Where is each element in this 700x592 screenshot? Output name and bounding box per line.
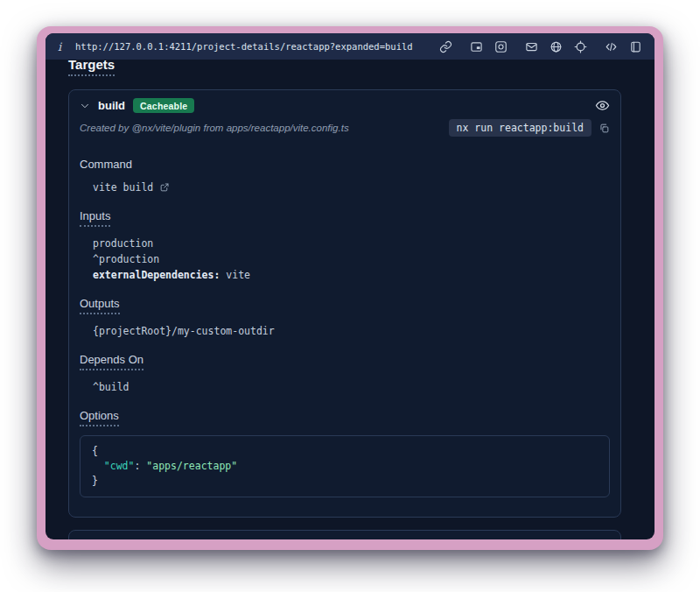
code-icon[interactable] — [605, 40, 618, 53]
targets-heading-label: Targets — [68, 60, 115, 76]
build-card-header: build Cacheable — [69, 90, 620, 116]
app-window: i http://127.0.0.1:4211/project-details/… — [37, 26, 663, 550]
serve-card-header: serve vite serve — [69, 531, 620, 539]
output-item: {projectRoot}/my-custom-outdir — [80, 323, 610, 339]
input-item-external-deps: externalDependencies: vite — [80, 267, 610, 283]
json-line: } — [92, 474, 598, 489]
globe-icon[interactable] — [550, 40, 563, 53]
chevron-down-icon[interactable] — [80, 101, 90, 111]
command-value: vite build — [93, 180, 153, 195]
input-item: ^production — [80, 251, 610, 267]
info-icon[interactable]: i — [58, 40, 70, 53]
external-link-icon[interactable] — [159, 182, 170, 193]
json-line: { — [92, 444, 598, 459]
camera-icon[interactable] — [494, 40, 508, 53]
eye-icon[interactable] — [595, 538, 610, 539]
created-by-note: Created by @nx/vite/plugin from apps/rea… — [80, 123, 349, 133]
options-section-label: Options — [80, 409, 610, 426]
command-value-line: vite build — [80, 180, 610, 195]
mail-icon[interactable] — [525, 40, 538, 53]
run-command-chip: nx run reactapp:build — [449, 119, 592, 137]
run-command-group: nx run reactapp:build — [449, 119, 610, 137]
book-icon[interactable] — [629, 40, 642, 53]
input-item: production — [80, 236, 610, 251]
depends-on-section-label: Depends On — [80, 353, 610, 370]
browser-frame: i http://127.0.0.1:4211/project-details/… — [46, 33, 654, 539]
url-text[interactable]: http://127.0.0.1:4211/project-details/re… — [75, 41, 413, 52]
targets-heading: Targets — [68, 60, 621, 76]
copy-icon[interactable] — [598, 123, 610, 134]
target-name-serve[interactable]: serve — [98, 539, 128, 539]
link-icon[interactable] — [439, 40, 452, 53]
options-json-block: { "cwd": "apps/reactapp" } — [80, 435, 610, 497]
cacheable-badge: Cacheable — [133, 98, 194, 113]
build-card-body: Command vite build Inputs production ^pr… — [69, 144, 620, 517]
target-icon[interactable] — [574, 40, 587, 53]
depends-on-item: ^build — [80, 379, 610, 395]
command-section-label: Command — [80, 158, 610, 171]
picture-in-picture-icon[interactable] — [470, 40, 483, 53]
inputs-section-label: Inputs — [80, 209, 610, 227]
target-card-serve: serve vite serve — [68, 530, 621, 539]
project-details-page: Targets build Cacheable Created by @nx/v… — [46, 60, 654, 539]
json-line: "cwd": "apps/reactapp" — [92, 459, 598, 474]
build-card-meta: Created by @nx/vite/plugin from apps/rea… — [69, 116, 620, 144]
titlebar-actions — [439, 40, 642, 53]
target-card-build: build Cacheable Created by @nx/vite/plug… — [68, 89, 621, 518]
titlebar: i http://127.0.0.1:4211/project-details/… — [46, 33, 654, 60]
target-name-build[interactable]: build — [98, 99, 125, 112]
eye-icon[interactable] — [595, 98, 610, 113]
outputs-section-label: Outputs — [80, 297, 610, 314]
